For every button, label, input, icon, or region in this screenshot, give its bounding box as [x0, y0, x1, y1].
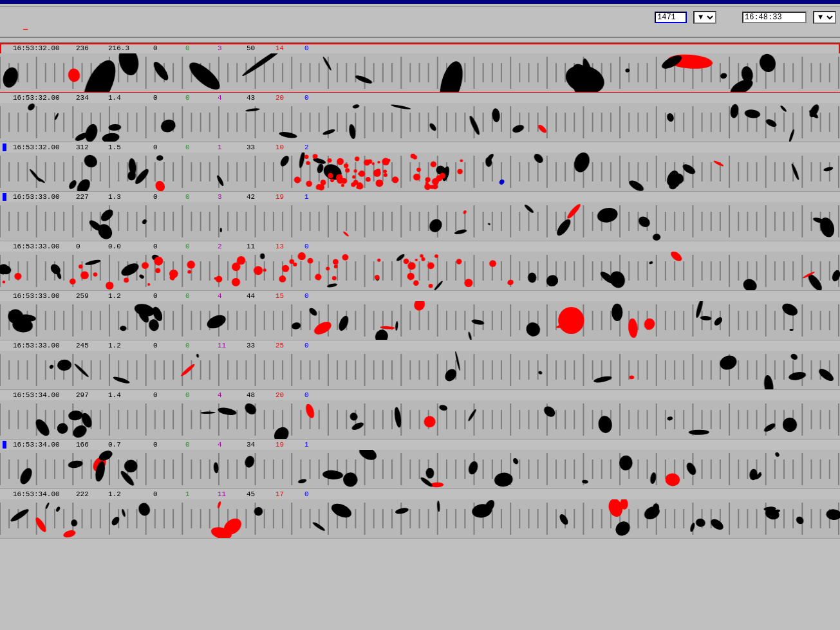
file-dropdown[interactable]: ▼ — [813, 11, 836, 24]
row-sample-vol: 1.2 — [108, 342, 147, 349]
row-elapsed: 166 — [76, 441, 102, 449]
data-row[interactable]: 16:53:33.002271.300342191 — [0, 192, 840, 241]
row-truncated: 0 — [304, 243, 324, 250]
row-streaker: 0 — [185, 94, 211, 102]
data-row[interactable]: 16:53:34.002971.400448200 — [0, 390, 840, 440]
row-sample-vol: 1.4 — [108, 94, 147, 102]
row-gap: 20 — [275, 391, 298, 399]
row-overload: 0 — [153, 144, 179, 151]
row-elapsed: 222 — [76, 490, 102, 498]
row-streaker: 0 — [185, 144, 211, 151]
row-elapsed: 297 — [76, 391, 102, 399]
row-truncated: 0 — [304, 342, 324, 349]
row-gap: 14 — [275, 44, 298, 52]
row-truncated: 0 — [304, 391, 324, 399]
data-row[interactable]: 16:53:33.002591.200444150 — [0, 291, 840, 340]
header-section: ▼ ▼ — — [0, 7, 840, 38]
row-gap: 10 — [275, 144, 298, 151]
particle-canvas — [0, 400, 840, 439]
row-truncated: 0 — [304, 292, 324, 300]
particle-canvas — [0, 351, 840, 389]
row-valid: 33 — [247, 144, 269, 151]
rec2d-dropdown[interactable]: ▼ — [693, 11, 716, 24]
row-valid: 11 — [247, 243, 269, 250]
row-sample-vol: 216.3 — [108, 44, 147, 52]
row-elapsed: 236 — [76, 44, 102, 52]
aircraft-dash: — — [23, 25, 28, 34]
row-truncated: 1 — [304, 193, 324, 201]
row-zero: 11 — [218, 342, 240, 349]
data-row[interactable]: 16:53:33.002451.2001133250 — [0, 340, 840, 390]
row-gap: 19 — [275, 193, 298, 201]
particle-canvas — [0, 450, 840, 488]
rec2d-input[interactable] — [655, 12, 687, 23]
row-overload: 0 — [153, 490, 179, 498]
row-streaker: 0 — [185, 193, 211, 201]
row-zero: 2 — [218, 243, 240, 250]
particle-canvas — [0, 252, 840, 290]
data-row[interactable]: 16:53:32.00236216.300350140 — [0, 43, 840, 93]
row-overload: 0 — [153, 243, 179, 250]
row-time: 16:53:32.00 — [13, 44, 70, 52]
row-overload: 0 — [153, 193, 179, 201]
row-time: 16:53:34.00 — [13, 490, 70, 498]
row-streaker: 0 — [185, 391, 211, 399]
row-zero: 3 — [218, 193, 240, 201]
row-streaker: 0 — [185, 342, 211, 349]
row-time: 16:53:32.00 — [13, 94, 70, 102]
row-time: 16:53:33.00 — [13, 292, 70, 300]
row-truncated: 0 — [304, 44, 324, 52]
row-sample-vol: 0.7 — [108, 441, 147, 449]
row-valid: 33 — [247, 342, 269, 349]
row-zero: 4 — [218, 94, 240, 102]
header-right: ▼ ▼ — [648, 8, 836, 24]
row-gap: 15 — [275, 292, 298, 300]
row-gap: 17 — [275, 490, 298, 498]
column-headers — [0, 38, 840, 43]
row-valid: 45 — [247, 490, 269, 498]
data-area[interactable]: 16:53:32.00236216.30035014016:53:32.0023… — [0, 43, 840, 589]
row-time: 16:53:34.00 — [13, 441, 70, 449]
particle-canvas — [0, 202, 840, 241]
row-truncated: 2 — [304, 144, 324, 151]
row-elapsed: 312 — [76, 144, 102, 151]
row-gap: 25 — [275, 342, 298, 349]
row-overload: 0 — [153, 391, 179, 399]
row-elapsed: 227 — [76, 193, 102, 201]
row-time: 16:53:33.00 — [13, 342, 70, 349]
row-overload: 0 — [153, 342, 179, 349]
row-gap: 13 — [275, 243, 298, 250]
particle-canvas — [0, 301, 840, 340]
particle-canvas — [0, 53, 840, 92]
data-row[interactable]: 16:53:34.002221.2011145170 — [0, 489, 840, 539]
data-row[interactable]: 16:53:34.001660.700434191 — [0, 440, 840, 489]
row-elapsed: 0 — [76, 243, 102, 250]
row-time: 16:53:34.00 — [13, 391, 70, 399]
particle-canvas — [0, 103, 840, 142]
row-streaker: 0 — [185, 243, 211, 250]
file-time-input[interactable] — [742, 12, 807, 23]
row-valid: 48 — [247, 391, 269, 399]
row-zero: 1 — [218, 144, 240, 151]
data-row[interactable]: 16:53:32.003121.500133102 — [0, 142, 840, 192]
particle-canvas — [0, 153, 840, 191]
data-row[interactable]: 16:53:33.0000.000211130 — [0, 241, 840, 291]
row-valid: 42 — [247, 193, 269, 201]
row-truncated: 1 — [304, 441, 324, 449]
row-sample-vol: 1.3 — [108, 193, 147, 201]
row-time: 16:53:33.00 — [13, 193, 70, 201]
row-zero: 11 — [218, 490, 240, 498]
row-overload: 0 — [153, 292, 179, 300]
row-elapsed: 259 — [76, 292, 102, 300]
row-truncated: 0 — [304, 94, 324, 102]
row-zero: 4 — [218, 441, 240, 449]
row-zero: 3 — [218, 44, 240, 52]
particle-canvas — [0, 499, 840, 538]
row-overload: 0 — [153, 441, 179, 449]
row-overload: 0 — [153, 94, 179, 102]
row-streaker: 1 — [185, 490, 211, 498]
row-gap: 20 — [275, 94, 298, 102]
row-valid: 43 — [247, 94, 269, 102]
data-row[interactable]: 16:53:32.002341.400443200 — [0, 93, 840, 142]
row-sample-vol: 1.2 — [108, 292, 147, 300]
